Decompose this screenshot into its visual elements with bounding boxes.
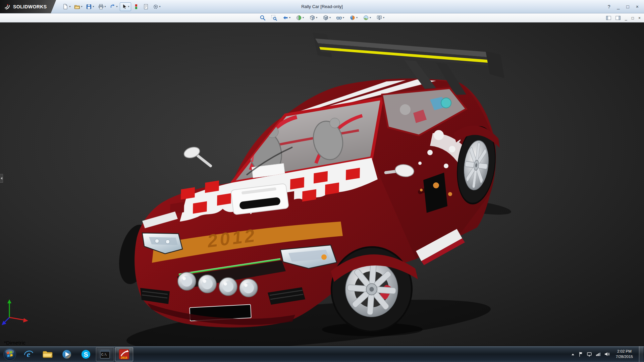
volume-icon[interactable]: [604, 352, 610, 357]
section-view-button[interactable]: ▾: [294, 14, 305, 21]
file-properties-icon: [143, 4, 149, 10]
view-settings-button[interactable]: ▾: [375, 14, 386, 21]
view-orientation-cube-icon: [309, 15, 315, 21]
taskbar-clock[interactable]: 2:02 PM 7/28/2015: [613, 349, 635, 359]
appearance-sphere-icon: [350, 15, 356, 21]
minimize-button[interactable]: _: [617, 4, 620, 9]
display-style-icon: [323, 15, 329, 21]
chevron-down-icon[interactable]: ▾: [316, 16, 317, 19]
start-button[interactable]: [0, 346, 19, 362]
taskbar-solidworks[interactable]: 2015: [115, 347, 133, 361]
chevron-down-icon[interactable]: ▾: [69, 5, 70, 8]
undo-button[interactable]: ▾: [108, 2, 119, 11]
media-player-icon: [62, 349, 72, 359]
hide-show-items-button[interactable]: ▾: [335, 14, 345, 21]
caption-buttons: ? _ □ ×: [608, 4, 644, 9]
chevron-down-icon[interactable]: ▾: [370, 16, 371, 19]
chevron-down-icon[interactable]: ▾: [159, 5, 161, 8]
graphics-area: 2012: [0, 22, 644, 346]
chevron-down-icon[interactable]: ▾: [343, 16, 344, 19]
display-style-button[interactable]: ▾: [321, 14, 332, 21]
options-button[interactable]: ▾: [151, 2, 162, 11]
chevron-down-icon[interactable]: ▾: [329, 16, 331, 19]
window-title: Rally Car [Read-only]: [301, 4, 343, 9]
brand-text: SOLIDWORKS: [13, 4, 47, 9]
panel-layout-alt-icon[interactable]: [615, 16, 621, 20]
chevron-down-icon[interactable]: ▾: [383, 16, 384, 19]
chevron-down-icon[interactable]: ▾: [93, 5, 94, 8]
zoom-to-fit-icon: [260, 15, 266, 21]
section-view-icon: [296, 15, 302, 21]
chevron-down-icon[interactable]: ▾: [116, 5, 118, 8]
doc-minimize-button[interactable]: _: [625, 16, 627, 20]
new-document-icon: [62, 4, 68, 10]
zoom-to-area-icon: [271, 15, 277, 21]
rebuild-button[interactable]: [131, 2, 141, 11]
restore-button[interactable]: □: [626, 4, 629, 9]
document-window-controls: _ □ ×: [606, 13, 641, 22]
undo-icon: [110, 4, 116, 10]
view-toolbar: ▾ ▾ ▾ ▾ ▾: [0, 13, 644, 22]
open-folder-icon: [74, 4, 80, 10]
main-toolbar: ▾ ▾ ▾ ▾ ▾: [61, 2, 162, 11]
view-orientation-label: *Dimetric: [4, 340, 25, 346]
edit-appearance-button[interactable]: ▾: [348, 14, 359, 21]
chevron-down-icon[interactable]: ▾: [128, 5, 129, 8]
taskbar-media-player[interactable]: [58, 347, 76, 361]
svg-text:2015: 2015: [121, 356, 127, 359]
show-desktop-button[interactable]: [639, 346, 643, 362]
select-tool-button[interactable]: ▾: [120, 2, 131, 11]
chevron-down-icon[interactable]: ▾: [105, 5, 106, 8]
print-button[interactable]: ▾: [96, 2, 108, 11]
previous-view-icon: [282, 15, 288, 21]
gear-icon: [153, 4, 159, 10]
taskbar-command-prompt[interactable]: C:\: [96, 347, 114, 361]
command-prompt-icon: C:\: [100, 350, 110, 359]
taskbar-items: e S: [19, 346, 133, 362]
view-orientation-button[interactable]: ▾: [308, 14, 319, 21]
new-document-button[interactable]: ▾: [61, 2, 72, 11]
windows-taskbar: e S: [0, 346, 644, 362]
help-button[interactable]: ?: [608, 4, 610, 9]
chevron-down-icon[interactable]: ▾: [289, 16, 290, 19]
3d-viewport-scene[interactable]: 2012: [0, 22, 644, 346]
clock-date: 7/28/2015: [616, 354, 633, 360]
network-icon[interactable]: [596, 352, 601, 356]
save-button[interactable]: ▾: [84, 2, 96, 11]
panel-layout-icon[interactable]: [606, 16, 611, 20]
solidworks-logo: SOLIDWORKS: [0, 0, 56, 13]
apply-scene-button[interactable]: ▾: [362, 14, 372, 21]
save-icon: [86, 4, 92, 10]
chevron-down-icon[interactable]: ▾: [81, 5, 82, 8]
open-document-button[interactable]: ▾: [72, 2, 84, 11]
windows-start-orb-icon: [3, 348, 16, 361]
rebuild-icon: [133, 4, 139, 10]
taskbar-internet-explorer[interactable]: e: [19, 347, 38, 361]
svg-text:S: S: [84, 351, 88, 358]
skype-icon: S: [81, 349, 91, 359]
solidworks-app-icon: 2015: [118, 349, 130, 360]
taskbar-skype[interactable]: S: [77, 347, 95, 361]
zoom-to-fit-button[interactable]: [258, 14, 267, 21]
internet-explorer-icon: e: [23, 349, 34, 359]
doc-restore-button[interactable]: □: [632, 16, 634, 20]
view-settings-icon: [376, 15, 382, 21]
doc-close-button[interactable]: ×: [638, 16, 641, 20]
print-icon: [98, 4, 104, 10]
display-settings-icon[interactable]: [587, 352, 592, 357]
solidworks-logo-icon: [4, 3, 11, 10]
action-center-flag-icon[interactable]: [579, 352, 583, 357]
taskbar-windows-explorer[interactable]: [39, 347, 57, 361]
scene-sphere-icon: [363, 15, 369, 21]
app-titlebar: SOLIDWORKS ▾ ▾ ▾: [0, 0, 644, 13]
chevron-down-icon[interactable]: ▾: [303, 16, 304, 19]
previous-view-button[interactable]: ▾: [281, 14, 292, 21]
show-hidden-icons-button[interactable]: [571, 353, 575, 356]
collapse-feature-tree-arrow[interactable]: [0, 174, 3, 183]
close-button[interactable]: ×: [636, 4, 639, 9]
zoom-to-area-button[interactable]: [270, 14, 278, 21]
chevron-down-icon[interactable]: ▾: [356, 16, 358, 19]
rear-deck-detail: [441, 98, 451, 108]
file-properties-button[interactable]: [141, 2, 151, 11]
folder-icon: [42, 350, 53, 359]
